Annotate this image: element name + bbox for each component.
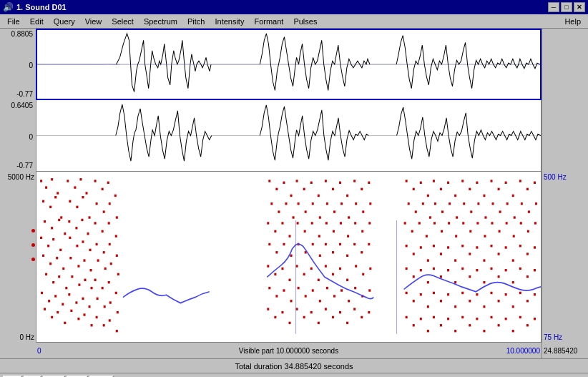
svg-rect-330 (461, 316, 464, 318)
svg-rect-279 (505, 246, 507, 248)
svg-rect-116 (303, 188, 305, 190)
svg-rect-213 (415, 210, 417, 212)
waveform2-panel[interactable] (36, 100, 542, 172)
svg-rect-96 (104, 305, 106, 308)
svg-rect-290 (447, 269, 449, 271)
svg-rect-50 (87, 232, 89, 235)
svg-rect-173 (340, 289, 343, 291)
svg-rect-257 (526, 188, 529, 190)
svg-rect-170 (319, 300, 321, 302)
svg-rect-159 (325, 265, 327, 267)
svg-rect-100 (103, 324, 105, 326)
timeline-far-right-container: 24.885420 (542, 343, 588, 358)
waveform1-right-axis (542, 29, 588, 100)
svg-rect-104 (275, 188, 278, 190)
minimize-button[interactable]: ─ (548, 2, 559, 12)
svg-rect-5 (218, 172, 267, 342)
svg-rect-108 (278, 210, 280, 212)
svg-rect-286 (420, 269, 422, 271)
menu-pitch[interactable]: Pitch (183, 16, 209, 27)
svg-rect-320 (526, 300, 529, 302)
svg-rect-245 (498, 188, 500, 190)
svg-rect-224 (434, 202, 436, 205)
svg-rect-44 (76, 206, 78, 208)
svg-rect-325 (427, 330, 429, 332)
maximize-button[interactable]: □ (561, 2, 572, 12)
menu-intensity[interactable]: Intensity (210, 16, 248, 27)
svg-rect-281 (519, 245, 521, 247)
svg-rect-237 (470, 210, 472, 212)
title-bar: 🔊 1. Sound D01 ─ □ ✕ (0, 0, 588, 14)
menu-help[interactable]: Help (560, 16, 585, 27)
bottom-toolbar: all in out sel bak ◀ ▶ Group (0, 373, 588, 377)
svg-rect-317 (505, 293, 507, 295)
svg-rect-8 (45, 186, 47, 188)
svg-rect-32 (48, 300, 50, 302)
menu-edit[interactable]: Edit (26, 16, 48, 27)
svg-rect-74 (114, 195, 117, 197)
status-bar: Total duration 34.885420 seconds (0, 358, 588, 373)
svg-rect-282 (526, 253, 529, 255)
svg-rect-88 (104, 268, 107, 270)
svg-rect-118 (318, 195, 320, 197)
svg-rect-94 (115, 292, 117, 294)
timeline-left: 0 (37, 347, 41, 355)
svg-rect-292 (461, 268, 464, 270)
svg-rect-296 (491, 268, 493, 270)
svg-rect-19 (40, 237, 42, 239)
close-button[interactable]: ✕ (574, 2, 585, 12)
svg-rect-316 (498, 300, 500, 302)
svg-rect-313 (476, 293, 478, 295)
svg-rect-168 (305, 295, 307, 297)
svg-rect-78 (116, 216, 118, 218)
svg-rect-162 (346, 279, 348, 281)
svg-rect-294 (476, 269, 478, 271)
svg-rect-186 (346, 322, 348, 324)
spec-left-dot1 (31, 229, 35, 232)
svg-rect-178 (289, 322, 291, 324)
menu-query[interactable]: Query (49, 16, 79, 27)
svg-rect-241 (469, 230, 471, 232)
svg-rect-308 (440, 300, 442, 302)
svg-rect-112 (274, 230, 276, 232)
menu-formant[interactable]: Formant (250, 16, 288, 27)
svg-rect-142 (348, 216, 350, 218)
svg-rect-219 (426, 235, 428, 237)
spec-bottom-right-label: 75 Hz (544, 333, 562, 341)
svg-rect-17 (58, 219, 60, 221)
svg-rect-140 (333, 210, 335, 212)
svg-rect-27 (45, 273, 47, 275)
svg-rect-333 (483, 330, 485, 332)
svg-rect-66 (89, 305, 91, 308)
waveform2-top-label: 0.6405 (11, 102, 33, 109)
svg-rect-289 (440, 275, 442, 278)
svg-rect-182 (318, 322, 320, 324)
menu-spectrum[interactable]: Spectrum (139, 16, 182, 27)
svg-rect-163 (268, 287, 270, 289)
svg-rect-14 (60, 216, 62, 218)
waveform1-axis: 0.8805 0 -0.77 (0, 29, 36, 100)
center-canvas[interactable]: 0 Visible part 10.000000 seconds 10.0000… (36, 29, 542, 358)
svg-rect-71 (94, 180, 97, 182)
waveform1-panel[interactable] (36, 29, 542, 100)
menu-file[interactable]: File (3, 16, 24, 27)
svg-rect-29 (58, 275, 60, 278)
svg-rect-220 (433, 180, 435, 182)
menu-pulses[interactable]: Pulses (289, 16, 321, 27)
svg-rect-70 (91, 324, 93, 326)
svg-rect-273 (461, 245, 464, 247)
svg-rect-262 (520, 222, 522, 224)
svg-rect-190 (355, 202, 357, 205)
svg-rect-285 (413, 275, 415, 278)
svg-rect-298 (505, 269, 507, 271)
svg-rect-130 (290, 255, 293, 257)
svg-rect-210 (420, 182, 422, 184)
menu-select[interactable]: Select (107, 16, 138, 27)
svg-rect-255 (513, 235, 515, 237)
svg-rect-151 (267, 265, 269, 267)
svg-rect-322 (406, 316, 408, 318)
spectrogram-panel[interactable] (36, 172, 542, 343)
menu-view[interactable]: View (81, 16, 107, 27)
svg-rect-46 (89, 216, 91, 218)
svg-rect-31 (41, 292, 43, 294)
